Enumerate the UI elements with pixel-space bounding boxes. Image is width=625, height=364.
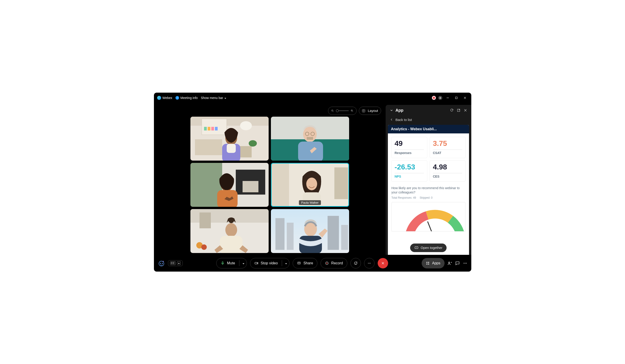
share-icon (297, 261, 301, 265)
svg-rect-90 (426, 262, 428, 263)
open-together-button[interactable]: Open together (410, 244, 447, 252)
svg-point-81 (355, 262, 355, 263)
assistant-icon[interactable] (157, 259, 165, 267)
participant-tile[interactable] (271, 117, 349, 161)
metric-csat: 3.75 CSAT (430, 137, 466, 158)
window-close-button[interactable] (462, 95, 468, 101)
window-minimize-button[interactable] (444, 95, 451, 101)
close-icon (381, 261, 385, 265)
svg-point-87 (370, 263, 371, 263)
participant-tile[interactable] (190, 209, 269, 253)
back-to-list-button[interactable]: Back to list (386, 116, 471, 125)
chat-icon[interactable] (455, 261, 460, 266)
refresh-icon[interactable] (450, 109, 454, 112)
zoom-slider[interactable] (336, 111, 349, 111)
chevron-down-icon[interactable] (243, 261, 244, 265)
stop-video-button[interactable]: Stop video (250, 258, 290, 268)
mute-button[interactable]: Mute (216, 258, 247, 268)
metric-nps: -26.53 NPS (392, 161, 427, 181)
svg-rect-58 (328, 216, 339, 250)
survey-question: How likely are you to recommend this web… (388, 185, 469, 196)
grid-icon (362, 109, 365, 112)
participants-icon[interactable] (447, 261, 452, 266)
svg-rect-54 (220, 236, 243, 253)
svg-rect-57 (287, 223, 294, 250)
metric-value: 4.98 (433, 163, 462, 171)
metric-value: 49 (395, 139, 424, 148)
layout-button[interactable]: Layout (359, 107, 381, 115)
reactions-button[interactable] (350, 258, 361, 268)
info-icon: i (175, 96, 179, 100)
svg-rect-75 (222, 262, 223, 263)
stop-video-label: Stop video (261, 261, 278, 265)
total-responses: Total Responses: 49 (392, 196, 416, 199)
webex-logo-icon (157, 96, 161, 100)
chevron-down-icon[interactable] (285, 261, 287, 265)
participant-tile-active[interactable]: Paula Walker (271, 163, 349, 207)
end-call-button[interactable] (378, 258, 388, 268)
more-icon[interactable] (463, 261, 468, 266)
bottom-toolbar: CC Mute Stop video Share (154, 255, 471, 272)
app-window: Webex i Meeting info Show menu bar (154, 93, 471, 272)
layout-label: Layout (368, 109, 378, 112)
svg-point-99 (466, 263, 467, 263)
meeting-info-button[interactable]: i Meeting info (175, 96, 198, 100)
svg-line-5 (333, 111, 334, 112)
share-label: Share (303, 261, 313, 265)
lock-indicator-icon[interactable] (438, 96, 442, 100)
main-area: Layout (154, 103, 471, 255)
svg-point-45 (306, 178, 317, 190)
pop-out-icon[interactable] (457, 109, 460, 112)
participant-tile[interactable] (271, 209, 349, 253)
titlebar: Webex i Meeting info Show menu bar (154, 93, 471, 103)
metric-label: NPS (395, 175, 424, 178)
zoom-layout-controls: Layout (328, 107, 381, 115)
svg-rect-76 (255, 262, 257, 264)
record-button[interactable]: Record (320, 258, 347, 268)
svg-rect-91 (428, 262, 429, 263)
close-icon[interactable] (464, 109, 467, 112)
svg-line-8 (352, 111, 353, 112)
svg-point-79 (326, 262, 328, 264)
svg-rect-17 (204, 127, 207, 131)
svg-point-51 (201, 244, 207, 250)
apps-button[interactable]: Apps (422, 258, 444, 268)
smiley-icon (354, 261, 358, 265)
back-to-list-label: Back to list (396, 118, 412, 122)
participant-tile[interactable] (190, 163, 269, 207)
svg-point-73 (162, 263, 163, 264)
brand: Webex (157, 96, 172, 100)
share-button[interactable]: Share (293, 258, 317, 268)
side-panel: App Back to list Analytics - Webex Usabl… (386, 105, 471, 255)
zoom-control[interactable] (328, 107, 357, 115)
captions-button[interactable]: CC (168, 260, 183, 266)
svg-point-94 (448, 262, 450, 263)
svg-rect-92 (426, 263, 428, 265)
svg-rect-56 (276, 218, 284, 250)
chevron-left-icon (390, 118, 393, 121)
skipped-count: Skipped: 0 (420, 196, 433, 199)
more-options-button[interactable] (364, 258, 375, 268)
svg-point-72 (160, 263, 161, 264)
panel-header: App (386, 105, 471, 116)
svg-point-67 (422, 227, 448, 231)
svg-rect-93 (428, 263, 429, 265)
svg-point-85 (368, 263, 369, 263)
meeting-info-label: Meeting info (181, 96, 198, 100)
metric-label: CSAT (433, 151, 462, 155)
svg-point-82 (356, 262, 356, 263)
camera-icon (254, 261, 258, 265)
participant-tile[interactable] (190, 117, 269, 161)
apps-icon (426, 261, 430, 265)
show-menu-bar-button[interactable]: Show menu bar (201, 96, 226, 100)
chevron-down-icon (224, 96, 226, 100)
window-maximize-button[interactable] (453, 95, 460, 101)
chevron-down-icon[interactable] (390, 109, 393, 112)
svg-rect-43 (334, 168, 348, 199)
svg-rect-19 (211, 127, 214, 131)
recording-indicator-icon[interactable] (432, 96, 436, 100)
gauge-chart (392, 202, 466, 231)
metric-value: -26.53 (395, 163, 424, 171)
svg-rect-42 (271, 163, 289, 207)
mute-label: Mute (227, 261, 235, 265)
